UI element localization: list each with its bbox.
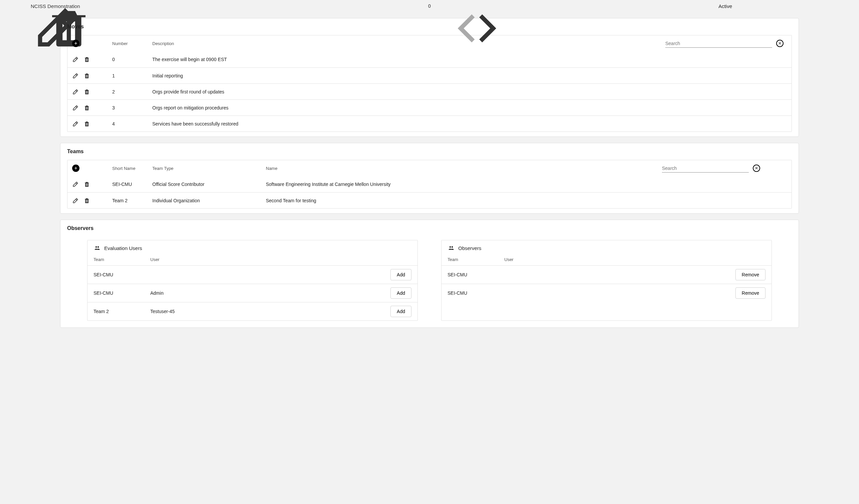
- moves-header-number: Number: [107, 41, 148, 46]
- pager: 0: [417, 3, 442, 9]
- pager-prev-icon[interactable]: [417, 3, 422, 9]
- team-short: Team 2: [107, 198, 148, 203]
- moves-header-description: Description: [148, 41, 651, 46]
- expand-team-icon[interactable]: [778, 198, 784, 203]
- collapse-moves-icon[interactable]: [786, 24, 792, 30]
- move-number: 0: [107, 57, 148, 62]
- edit-team-icon[interactable]: [72, 197, 79, 204]
- team-short: SEI-CMU: [107, 182, 148, 187]
- add-eval-user-button[interactable]: Add: [390, 287, 411, 299]
- eval-row-team: SEI-CMU: [93, 290, 150, 296]
- teams-header-type: Team Type: [148, 166, 261, 171]
- team-row: Team 2 Individual Organization Second Te…: [67, 192, 792, 208]
- teams-header-short: Short Name: [107, 166, 148, 171]
- move-description: The exercise will begin at 0900 EST: [148, 57, 651, 62]
- team-name: Second Team for testing: [261, 198, 765, 203]
- team-name: Software Engineering Institute at Carneg…: [261, 182, 765, 187]
- move-row: 0 The exercise will begin at 0900 EST: [67, 51, 792, 67]
- eval-row-team: SEI-CMU: [93, 272, 150, 277]
- delete-team-icon[interactable]: [84, 197, 90, 204]
- move-number: 4: [107, 121, 148, 126]
- moves-search-input[interactable]: [665, 40, 772, 48]
- observers-title: Observers: [67, 225, 93, 231]
- teams-title: Teams: [67, 149, 84, 154]
- move-number: 3: [107, 105, 148, 110]
- move-number: 1: [107, 73, 148, 78]
- add-move-button[interactable]: +: [72, 40, 79, 47]
- add-team-button[interactable]: +: [72, 165, 79, 172]
- team-type: Official Score Contributor: [148, 182, 261, 187]
- obs-header-team: Team: [448, 257, 504, 262]
- pager-value: 0: [428, 3, 431, 9]
- eval-user-row: SEI-CMU Admin Add: [88, 284, 418, 302]
- remove-observer-button[interactable]: Remove: [735, 287, 766, 299]
- delete-move-icon[interactable]: [84, 89, 90, 95]
- moves-title: Moves: [67, 24, 84, 30]
- move-row: 1 Initial reporting: [67, 67, 792, 83]
- eval-row-team: Team 2: [93, 309, 150, 314]
- edit-move-icon[interactable]: [72, 89, 79, 95]
- collapse-teams-icon[interactable]: [786, 149, 792, 154]
- obs-header-user: User: [504, 257, 725, 262]
- edit-move-icon[interactable]: [72, 56, 79, 63]
- eval-users-title: Evaluation Users: [104, 245, 142, 251]
- move-description: Initial reporting: [148, 73, 651, 78]
- expand-team-icon[interactable]: [778, 182, 784, 187]
- status-label: Active: [719, 3, 732, 9]
- people-icon: [448, 245, 455, 251]
- eval-row-user: Admin: [150, 290, 372, 296]
- move-row: 3 Orgs report on mitigation procedures: [67, 100, 792, 116]
- edit-team-icon[interactable]: [72, 181, 79, 187]
- move-row: 2 Orgs provide first round of updates: [67, 83, 792, 100]
- obs-row-team: SEI-CMU: [448, 290, 504, 296]
- move-number: 2: [107, 89, 148, 94]
- observer-list-title: Observers: [458, 245, 481, 251]
- people-icon: [93, 245, 101, 251]
- delete-team-icon[interactable]: [84, 181, 90, 187]
- edit-move-icon[interactable]: [72, 73, 79, 79]
- eval-user-row: Team 2 Testuser-45 Add: [88, 302, 418, 320]
- observer-row: SEI-CMU Remove: [441, 284, 771, 302]
- team-row: SEI-CMU Official Score Contributor Softw…: [67, 176, 792, 192]
- evaluation-users-card: Evaluation Users Team User SEI-CMU Add S…: [87, 240, 418, 321]
- edit-move-icon[interactable]: [72, 105, 79, 111]
- add-eval-user-button[interactable]: Add: [390, 306, 411, 317]
- edit-move-icon[interactable]: [72, 121, 79, 127]
- obs-row-team: SEI-CMU: [448, 272, 504, 277]
- eval-header-user: User: [150, 257, 372, 262]
- delete-move-icon[interactable]: [84, 121, 90, 127]
- move-row: 4 Services have been successfully restor…: [67, 116, 792, 132]
- delete-move-icon[interactable]: [84, 105, 90, 111]
- remove-observer-button[interactable]: Remove: [735, 269, 766, 280]
- move-description: Services have been successfully restored: [148, 121, 651, 126]
- teams-panel: Teams + Short Name Team Type Name ✕: [60, 143, 799, 214]
- observers-list-card: Observers Team User SEI-CMU Remove SEI-C…: [441, 240, 772, 321]
- clear-teams-search-icon[interactable]: ✕: [753, 165, 760, 172]
- delete-exercise-icon[interactable]: [19, 3, 25, 9]
- clear-moves-search-icon[interactable]: ✕: [776, 40, 784, 47]
- team-type: Individual Organization: [148, 198, 261, 203]
- move-description: Orgs provide first round of updates: [148, 89, 651, 94]
- teams-header-name: Name: [266, 166, 277, 171]
- observers-panel: Observers Evaluation Users Team User SEI…: [60, 219, 799, 328]
- collapse-observers-icon[interactable]: [786, 225, 792, 231]
- delete-move-icon[interactable]: [84, 73, 90, 79]
- observer-row: SEI-CMU Remove: [441, 265, 771, 284]
- pager-next-icon[interactable]: [437, 3, 442, 9]
- teams-search-input[interactable]: [662, 164, 749, 172]
- add-eval-user-button[interactable]: Add: [390, 269, 411, 280]
- eval-user-row: SEI-CMU Add: [88, 265, 418, 284]
- exercise-title: NCISS Demonstration: [31, 3, 80, 9]
- eval-row-user: Testuser-45: [150, 309, 372, 314]
- eval-header-team: Team: [93, 257, 150, 262]
- move-description: Orgs report on mitigation procedures: [148, 105, 651, 110]
- edit-exercise-icon[interactable]: [7, 3, 13, 9]
- delete-move-icon[interactable]: [84, 56, 90, 63]
